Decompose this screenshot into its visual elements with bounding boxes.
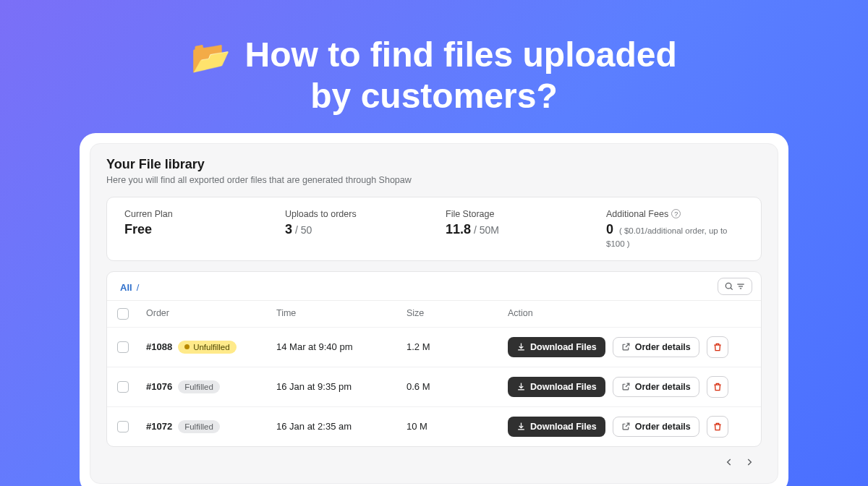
tab-all[interactable]: All: [116, 278, 137, 300]
stat-storage-value: 11.8: [446, 222, 471, 236]
external-link-icon: [621, 422, 631, 431]
col-action: Action: [508, 308, 751, 320]
stat-plan-value: Free: [124, 222, 152, 236]
status-badge: Unfulfilled: [178, 341, 237, 354]
stat-plan: Curren Plan Free: [124, 209, 262, 249]
stat-fees-label: Additional Fees: [606, 209, 668, 219]
row-size: 0.6 M: [407, 381, 508, 392]
row-checkbox[interactable]: [117, 381, 129, 393]
trash-icon: [712, 422, 723, 432]
row-checkbox[interactable]: [117, 341, 129, 353]
stat-uploads-label: Uploads to orders: [285, 209, 422, 219]
stats-box: Curren Plan Free Uploads to orders 3 / 5…: [106, 197, 762, 261]
stat-fees-note: ( $0.01/additional order, up to $100 ): [606, 226, 728, 248]
download-button[interactable]: Download Files: [508, 337, 605, 357]
panel-inner: Your File library Here you will find all…: [90, 143, 778, 484]
svg-line-1: [731, 288, 733, 290]
library-title: Your File library: [106, 157, 762, 172]
order-id: #1076: [146, 381, 172, 392]
stat-uploads-max: / 50: [295, 224, 312, 236]
row-actions: Download Files Order details: [508, 416, 751, 438]
col-time: Time: [276, 308, 407, 320]
hero-title-line2: by customers?: [310, 77, 557, 115]
hero-title: 📂 How to find files uploaded by customer…: [0, 0, 868, 133]
status-badge: Fulfilled: [178, 420, 220, 433]
stat-uploads: Uploads to orders 3 / 50: [285, 209, 422, 249]
help-icon[interactable]: ?: [671, 209, 681, 218]
pager-prev[interactable]: [721, 454, 737, 470]
download-icon: [516, 382, 526, 391]
download-icon: [516, 422, 526, 431]
download-icon: [516, 342, 526, 351]
table-row: #1076 Fulfilled 16 Jan at 9:35 pm 0.6 M …: [107, 367, 761, 407]
row-actions: Download Files Order details: [508, 376, 751, 398]
pager: [106, 447, 762, 470]
trash-icon: [712, 342, 723, 352]
row-time: 14 Mar at 9:40 pm: [276, 341, 407, 352]
row-checkbox[interactable]: [117, 421, 129, 432]
pager-next[interactable]: [741, 454, 757, 470]
trash-icon: [712, 382, 723, 392]
external-link-icon: [621, 382, 631, 391]
row-time: 16 Jan at 2:35 am: [276, 421, 407, 432]
col-order: Order: [146, 308, 276, 320]
search-icon: [724, 281, 734, 291]
row-size: 1.2 M: [407, 341, 508, 352]
delete-button[interactable]: [707, 416, 728, 438]
order-details-button[interactable]: Order details: [613, 377, 699, 397]
order-details-button[interactable]: Order details: [613, 417, 699, 437]
chevron-right-icon: [744, 457, 754, 467]
library-subtitle: Here you will find all exported order fi…: [106, 175, 762, 185]
status-badge: Fulfilled: [178, 380, 220, 393]
chevron-left-icon: [724, 457, 734, 467]
stat-fees-value: 0: [606, 222, 613, 236]
order-id: #1072: [146, 421, 172, 432]
table-header: Order Time Size Action: [107, 301, 761, 328]
stat-storage: File Storage 11.8 / 50M: [446, 209, 583, 249]
delete-button[interactable]: [707, 336, 728, 358]
row-actions: Download Files Order details: [508, 336, 751, 358]
stat-storage-label: File Storage: [446, 209, 583, 219]
panel: Your File library Here you will find all…: [80, 133, 788, 486]
row-time: 16 Jan at 9:35 pm: [276, 381, 407, 392]
external-link-icon: [621, 342, 631, 351]
order-details-button[interactable]: Order details: [613, 337, 699, 357]
stat-uploads-value: 3: [285, 222, 292, 236]
col-size: Size: [407, 308, 508, 320]
order-id: #1088: [146, 341, 172, 352]
orders-table: All / Order Time Size Action #1088 Unful…: [106, 271, 762, 447]
download-button[interactable]: Download Files: [508, 377, 605, 397]
search-filter-button[interactable]: [718, 278, 752, 295]
tab-separator: /: [137, 282, 140, 296]
filter-icon: [736, 281, 746, 291]
table-row: #1088 Unfulfilled 14 Mar at 9:40 pm 1.2 …: [107, 328, 761, 367]
delete-button[interactable]: [707, 376, 728, 398]
select-all-checkbox[interactable]: [117, 308, 129, 320]
stat-plan-label: Curren Plan: [124, 209, 262, 219]
stat-storage-max: / 50M: [474, 224, 499, 236]
tabs-row: All /: [107, 272, 761, 301]
row-size: 10 M: [407, 421, 508, 432]
download-button[interactable]: Download Files: [508, 417, 605, 437]
svg-point-0: [726, 284, 731, 289]
table-row: #1072 Fulfilled 16 Jan at 2:35 am 10 M D…: [107, 407, 761, 446]
stat-fees: Additional Fees ? 0 ( $0.01/additional o…: [606, 209, 744, 249]
hero-title-line1: How to find files uploaded: [245, 35, 677, 74]
folder-icon: 📂: [191, 39, 231, 74]
